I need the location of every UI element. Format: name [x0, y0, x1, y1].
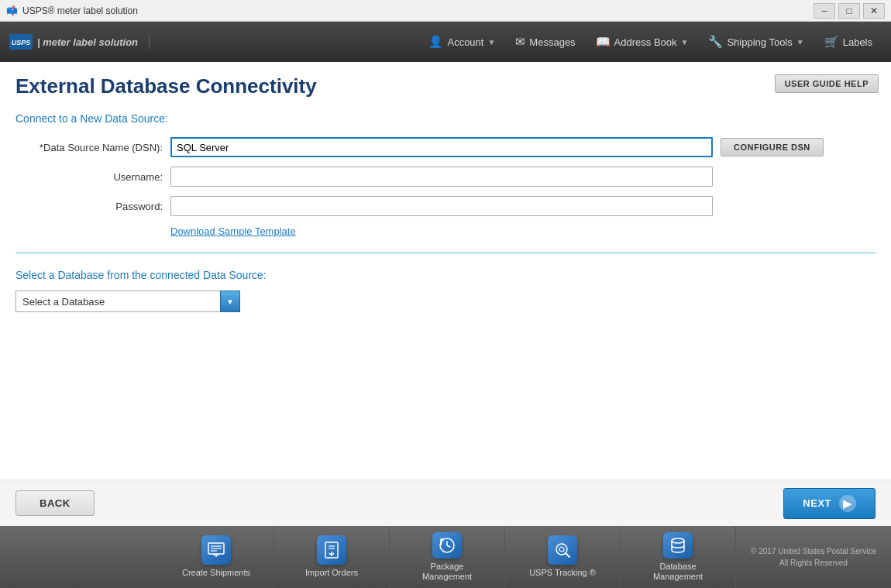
usps-tracking-svg — [553, 541, 572, 559]
nav-item-messages[interactable]: ✉ Messages — [506, 30, 584, 53]
configure-dsn-button[interactable]: CONFIGURE DSN — [721, 138, 824, 156]
username-form-group: Username: — [15, 167, 876, 187]
title-bar-controls: – □ ✕ — [814, 3, 885, 19]
next-arrow-icon: ▶ — [839, 495, 856, 512]
svg-line-14 — [566, 553, 569, 557]
password-input[interactable] — [170, 196, 713, 216]
messages-label: Messages — [529, 36, 575, 48]
next-label: NEXT — [803, 497, 831, 509]
taskbar-item-usps-tracking[interactable]: USPS Tracking ® — [505, 526, 621, 588]
usps-logo-svg: USPS — [9, 34, 33, 50]
app-icon: 📫 — [6, 5, 18, 16]
create-shipments-label: Create Shipments — [182, 568, 250, 578]
dsn-input[interactable] — [170, 137, 713, 157]
taskbar-item-import-orders[interactable]: Import Orders — [274, 526, 390, 588]
download-template-link[interactable]: Download Sample Template — [170, 225, 876, 237]
password-form-group: Password: — [15, 196, 876, 216]
close-button[interactable]: ✕ — [863, 3, 885, 19]
taskbar: Create Shipments Import Orders — [0, 526, 891, 588]
dsn-label: *Data Source Name (DSN): — [15, 142, 170, 153]
taskbar-copyright: © 2017 United States Postal ServiceAll R… — [736, 526, 891, 588]
taskbar-spacer — [0, 526, 159, 588]
main-content: External Database Connectivity USER GUID… — [0, 62, 891, 480]
title-bar: 📫 USPS® meter label solution – □ ✕ — [0, 0, 891, 22]
shipping-tools-label: Shipping Tools — [727, 36, 792, 48]
database-management-svg — [669, 536, 687, 555]
taskbar-items: Create Shipments Import Orders — [159, 526, 736, 588]
title-bar-left: 📫 USPS® meter label solution — [6, 5, 138, 16]
username-input[interactable] — [170, 167, 713, 187]
dsn-label-text: *Data Source Name (DSN): — [40, 142, 163, 153]
password-label: Password: — [15, 201, 170, 212]
create-shipments-icon — [201, 535, 231, 565]
app-title: USPS® meter label solution — [22, 5, 138, 16]
import-orders-svg — [322, 541, 341, 559]
page-title: External Database Connectivity — [15, 74, 876, 98]
next-button[interactable]: NEXT ▶ — [783, 488, 876, 519]
shipping-tools-chevron: ▼ — [796, 38, 804, 46]
database-select[interactable]: Select a Database — [15, 291, 240, 312]
svg-point-15 — [559, 547, 564, 552]
nav-logo: USPS | meter label solution — [9, 34, 150, 50]
account-icon: 👤 — [428, 35, 443, 49]
usps-tracking-icon — [548, 535, 577, 565]
nav-item-shipping-tools[interactable]: 🔧 Shipping Tools ▼ — [699, 30, 813, 53]
user-guide-button[interactable]: USER GUIDE HELP — [775, 74, 879, 93]
package-management-icon — [432, 532, 462, 559]
import-orders-label: Import Orders — [305, 568, 358, 578]
svg-text:USPS: USPS — [12, 39, 31, 46]
labels-label: Labels — [843, 36, 872, 48]
shipping-tools-icon: 🔧 — [708, 35, 723, 49]
nav-item-account[interactable]: 👤 Account ▼ — [419, 30, 504, 53]
connect-section-title: Connect to a New Data Source: — [15, 112, 876, 125]
package-management-label: PackageManagement — [422, 562, 472, 582]
package-management-svg — [438, 536, 456, 555]
db-select-wrapper: Select a Database — [15, 291, 240, 312]
nav-items: 👤 Account ▼ ✉ Messages 📖 Address Book ▼ … — [419, 30, 882, 53]
back-button[interactable]: BACK — [15, 490, 95, 516]
create-shipments-svg — [207, 541, 225, 559]
account-chevron: ▼ — [487, 38, 495, 46]
address-book-chevron: ▼ — [681, 38, 689, 46]
import-orders-icon — [317, 535, 346, 565]
address-book-icon: 📖 — [596, 35, 611, 49]
section-divider — [15, 253, 876, 253]
account-label: Account — [447, 36, 483, 48]
username-label: Username: — [15, 171, 170, 183]
usps-tracking-label: USPS Tracking ® — [529, 568, 596, 578]
labels-icon: 🛒 — [824, 35, 839, 49]
nav-logo-text: | meter label solution — [37, 36, 138, 48]
taskbar-item-create-shipments[interactable]: Create Shipments — [159, 526, 274, 588]
database-management-label: DatabaseManagement — [653, 562, 703, 582]
taskbar-item-package-management[interactable]: PackageManagement — [390, 526, 505, 588]
nav-bar: USPS | meter label solution 👤 Account ▼ … — [0, 22, 891, 62]
nav-item-address-book[interactable]: 📖 Address Book ▼ — [587, 30, 698, 53]
svg-point-16 — [672, 538, 684, 543]
copyright-text: © 2017 United States Postal ServiceAll R… — [751, 545, 876, 569]
select-section-title: Select a Database from the connected Dat… — [15, 269, 876, 281]
address-book-label: Address Book — [614, 36, 677, 48]
dsn-form-group: *Data Source Name (DSN): CONFIGURE DSN — [15, 137, 876, 157]
usps-eagle-icon: USPS — [9, 34, 33, 50]
nav-item-labels[interactable]: 🛒 Labels — [815, 30, 882, 53]
minimize-button[interactable]: – — [814, 3, 835, 19]
database-management-icon — [663, 532, 693, 559]
taskbar-item-database-management[interactable]: DatabaseManagement — [621, 526, 736, 588]
bottom-bar: BACK NEXT ▶ — [0, 480, 891, 526]
messages-icon: ✉ — [515, 35, 525, 49]
maximize-button[interactable]: □ — [838, 3, 860, 19]
